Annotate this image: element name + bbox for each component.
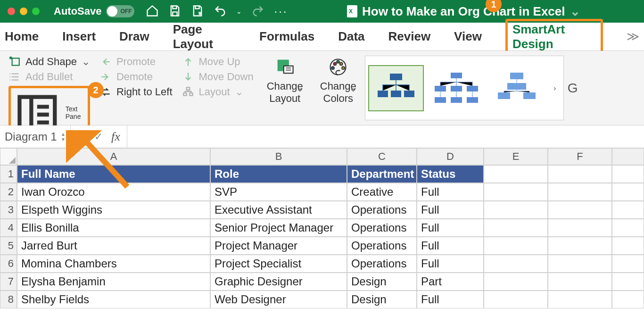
empty-cell[interactable] — [612, 201, 644, 219]
tab-draw[interactable]: Draw — [119, 29, 149, 44]
empty-cell[interactable] — [548, 255, 612, 273]
move-up-button[interactable]: Move Up — [182, 56, 254, 68]
data-cell[interactable]: Creative — [347, 183, 417, 201]
empty-cell[interactable] — [612, 273, 644, 291]
header-cell[interactable]: Status — [417, 165, 484, 183]
row-header-2[interactable]: 2 — [0, 183, 17, 201]
data-cell[interactable]: Full — [417, 219, 484, 237]
minimize-window-icon[interactable] — [20, 8, 27, 15]
data-cell[interactable]: Elspeth Wiggins — [17, 201, 210, 219]
empty-cell[interactable] — [484, 273, 548, 291]
right-to-left-button[interactable]: Right to Left — [99, 86, 173, 98]
data-cell[interactable]: SVP — [210, 183, 347, 201]
column-header-extra[interactable] — [612, 148, 644, 165]
tab-page-layout[interactable]: Page Layout — [173, 22, 236, 51]
data-cell[interactable]: Senior Project Manager — [210, 219, 347, 237]
select-all-corner[interactable] — [0, 148, 17, 165]
undo-icon[interactable] — [214, 4, 227, 19]
row-header-8[interactable]: 8 — [0, 291, 17, 308]
column-header-B[interactable]: B — [210, 148, 347, 165]
row-header-4[interactable]: 4 — [0, 219, 17, 237]
column-header-C[interactable]: C — [347, 148, 417, 165]
column-header-F[interactable]: F — [548, 148, 612, 165]
data-cell[interactable]: Momina Chambers — [17, 255, 210, 273]
tab-smartart-design[interactable]: SmartArt Design — [505, 19, 603, 55]
empty-cell[interactable] — [548, 219, 612, 237]
row-header-3[interactable]: 3 — [0, 201, 17, 219]
tab-view[interactable]: View — [454, 29, 482, 44]
empty-cell[interactable] — [612, 237, 644, 255]
header-cell[interactable]: Department — [347, 165, 417, 183]
data-cell[interactable]: Full — [417, 237, 484, 255]
undo-dropdown-icon[interactable]: ⌄ — [236, 8, 242, 15]
empty-cell[interactable] — [484, 219, 548, 237]
layout-button[interactable]: Layout ⌄ — [182, 86, 254, 98]
data-cell[interactable]: Operations — [347, 237, 417, 255]
title-dropdown-icon[interactable]: ⌄ — [570, 4, 580, 19]
name-box[interactable]: Diagram 1 ▲▼ — [0, 125, 71, 148]
data-cell[interactable]: Jarred Burt — [17, 237, 210, 255]
layout-thumb-1[interactable] — [368, 65, 424, 111]
data-cell[interactable]: Full — [417, 255, 484, 273]
data-cell[interactable]: Full — [417, 201, 484, 219]
data-cell[interactable]: Design — [347, 291, 417, 308]
data-cell[interactable]: Elysha Benjamin — [17, 273, 210, 291]
add-bullet-button[interactable]: Add Bullet — [8, 71, 90, 83]
layout-thumb-3[interactable] — [489, 65, 545, 111]
data-cell[interactable]: Operations — [347, 219, 417, 237]
row-header-6[interactable]: 6 — [0, 255, 17, 273]
autosave-toggle[interactable]: AutoSave OFF — [54, 5, 134, 17]
tab-data[interactable]: Data — [338, 29, 364, 44]
empty-cell[interactable] — [484, 237, 548, 255]
empty-cell[interactable] — [548, 201, 612, 219]
save-as-icon[interactable] — [191, 4, 204, 19]
empty-cell[interactable] — [612, 183, 644, 201]
add-shape-button[interactable]: Add Shape ⌄ — [8, 56, 90, 68]
formula-input[interactable] — [127, 125, 644, 148]
empty-cell[interactable] — [612, 255, 644, 273]
data-cell[interactable]: Project Manager — [210, 237, 347, 255]
more-icon[interactable]: ··· — [274, 5, 288, 18]
empty-cell[interactable] — [612, 291, 644, 308]
column-header-E[interactable]: E — [484, 148, 548, 165]
tabs-overflow-icon[interactable]: ≫ — [627, 29, 639, 44]
empty-cell[interactable] — [484, 183, 548, 201]
empty-cell[interactable] — [612, 165, 644, 183]
demote-button[interactable]: Demote — [99, 71, 173, 83]
layout-thumb-2[interactable] — [429, 65, 484, 111]
toggle-switch[interactable]: OFF — [106, 5, 134, 17]
data-cell[interactable]: Web Designer — [210, 291, 347, 308]
empty-cell[interactable] — [612, 219, 644, 237]
data-cell[interactable]: Design — [347, 273, 417, 291]
row-header-7[interactable]: 7 — [0, 273, 17, 291]
tab-review[interactable]: Review — [388, 29, 431, 44]
change-colors-button[interactable]: Change Colors ⌄ — [312, 53, 365, 123]
data-cell[interactable]: Project Specialist — [210, 255, 347, 273]
data-cell[interactable]: Executive Assistant — [210, 201, 347, 219]
row-header-1[interactable]: 1 — [0, 165, 17, 183]
tab-formulas[interactable]: Formulas — [259, 29, 314, 44]
save-icon[interactable] — [168, 4, 182, 19]
data-cell[interactable]: Full — [417, 291, 484, 308]
gallery-more-button[interactable]: › — [549, 84, 561, 92]
data-cell[interactable]: Operations — [347, 255, 417, 273]
close-window-icon[interactable] — [8, 8, 15, 15]
tab-insert[interactable]: Insert — [62, 29, 96, 44]
change-layout-button[interactable]: Change Layout ⌄ — [258, 53, 312, 123]
redo-icon[interactable] — [251, 4, 264, 19]
column-header-D[interactable]: D — [417, 148, 484, 165]
empty-cell[interactable] — [548, 237, 612, 255]
data-cell[interactable]: Shelby Fields — [17, 291, 210, 308]
empty-cell[interactable] — [484, 201, 548, 219]
home-icon[interactable] — [146, 4, 159, 19]
move-down-button[interactable]: Move Down — [182, 71, 254, 83]
data-cell[interactable]: Operations — [347, 201, 417, 219]
tab-home[interactable]: Home — [5, 29, 39, 44]
empty-cell[interactable] — [548, 165, 612, 183]
name-box-spinner[interactable]: ▲▼ — [61, 132, 66, 142]
row-header-5[interactable]: 5 — [0, 237, 17, 255]
maximize-window-icon[interactable] — [32, 8, 40, 15]
data-cell[interactable]: Part — [417, 273, 484, 291]
data-cell[interactable]: Graphic Designer — [210, 273, 347, 291]
empty-cell[interactable] — [484, 255, 548, 273]
